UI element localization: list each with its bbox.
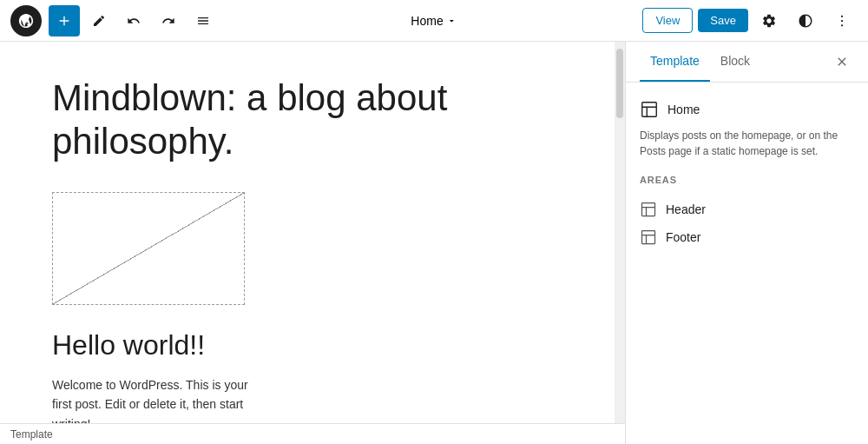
layout-icon: [640, 100, 659, 119]
contrast-button[interactable]: [790, 5, 821, 36]
svg-rect-4: [642, 203, 655, 216]
edit-tool-button[interactable]: [83, 5, 115, 36]
status-bar: Template: [0, 423, 625, 444]
blog-title: Mindblown: a blog about philosophy.: [52, 76, 562, 164]
toolbar-center: Home: [400, 10, 467, 31]
view-button[interactable]: View: [642, 8, 693, 33]
svg-point-1: [841, 19, 843, 21]
toolbar-right: View Save: [642, 5, 858, 36]
status-label: Template: [10, 428, 53, 441]
gear-icon: [761, 13, 777, 29]
header-layout-icon: [640, 201, 657, 218]
svg-point-2: [841, 24, 843, 26]
area-header-label: Header: [666, 202, 706, 216]
menu-button[interactable]: [187, 5, 219, 36]
close-sidebar-button[interactable]: [830, 50, 854, 74]
contrast-icon: [798, 13, 813, 29]
footer-layout-icon: [640, 229, 657, 246]
main-layout: Mindblown: a blog about philosophy. Hell…: [0, 42, 868, 444]
save-button[interactable]: Save: [698, 9, 748, 32]
area-footer-label: Footer: [666, 230, 700, 244]
scroll-thumb[interactable]: [616, 49, 623, 118]
chevron-down-icon: [447, 16, 457, 26]
template-name: Home: [667, 103, 700, 116]
post-title: Hello world!!: [52, 329, 562, 361]
toolbar: Home View Save: [0, 0, 868, 42]
more-options-button[interactable]: [826, 5, 858, 36]
wp-logo-icon: [18, 13, 34, 29]
settings-button[interactable]: [753, 5, 785, 36]
redo-button[interactable]: [153, 5, 184, 36]
menu-icon: [196, 14, 210, 28]
page-selector-button[interactable]: Home: [400, 10, 467, 31]
template-description: Displays posts on the homepage, or on th…: [640, 128, 854, 159]
svg-point-0: [841, 15, 843, 17]
areas-label: AREAS: [640, 175, 854, 185]
image-placeholder: [52, 192, 245, 305]
page-name: Home: [411, 14, 443, 28]
pencil-icon: [92, 14, 106, 28]
svg-rect-3: [642, 103, 657, 117]
toolbar-left: [10, 5, 219, 36]
template-name-row: Home: [640, 100, 854, 119]
area-item-footer[interactable]: Footer: [640, 223, 854, 251]
undo-button[interactable]: [118, 5, 149, 36]
sidebar-content: Home Displays posts on the homepage, or …: [626, 83, 868, 444]
svg-rect-5: [642, 231, 655, 244]
more-vertical-icon: [834, 13, 850, 29]
redo-icon: [161, 14, 175, 28]
sidebar: Template Block Home Displays posts on th…: [625, 42, 868, 444]
add-block-button[interactable]: [49, 5, 80, 36]
plus-icon: [57, 14, 71, 28]
scroll-track[interactable]: [615, 42, 625, 444]
area-item-header[interactable]: Header: [640, 195, 854, 223]
sidebar-tabs: Template Block: [626, 42, 868, 83]
editor-area[interactable]: Mindblown: a blog about philosophy. Hell…: [0, 42, 615, 444]
tab-template[interactable]: Template: [640, 42, 710, 82]
close-icon: [835, 55, 849, 69]
undo-icon: [127, 14, 141, 28]
tab-block[interactable]: Block: [710, 42, 760, 82]
wp-logo-button[interactable]: [10, 5, 42, 36]
